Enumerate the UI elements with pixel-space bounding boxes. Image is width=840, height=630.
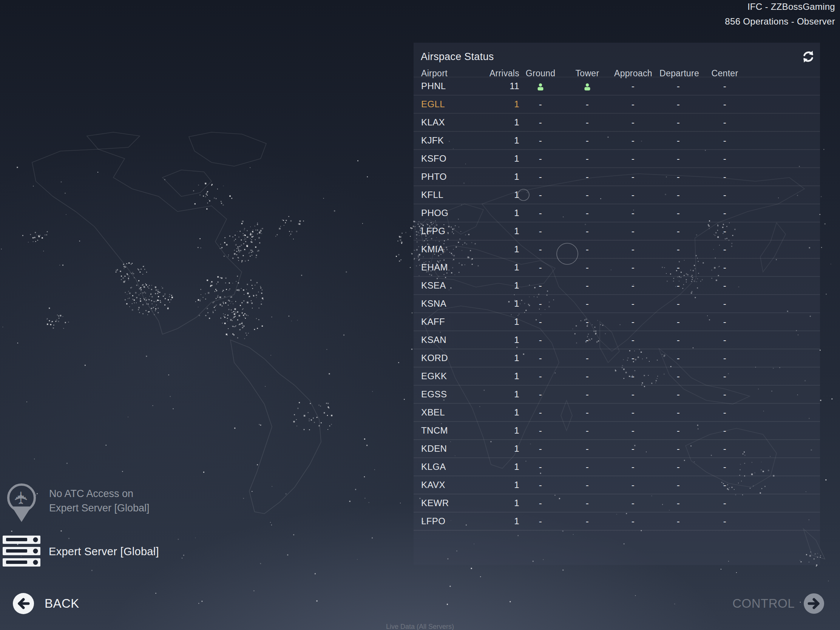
airport-row[interactable]: LFPO1----- [414,513,820,531]
atc-slot-ground: - [522,371,559,382]
back-button[interactable]: BACK [13,592,79,615]
airport-row[interactable]: KEWR1----- [414,494,820,513]
atc-slot-ground: - [522,461,559,472]
airport-row[interactable]: TNCM1----- [414,422,820,440]
airport-row[interactable]: KSNA1----- [414,295,820,313]
atc-slot-center: - [706,461,744,472]
atc-slot-tower: - [568,189,606,200]
atc-slot-ground: - [522,316,559,327]
airport-row[interactable]: EGSS1----- [414,385,820,404]
airport-row[interactable]: KAVX1----- [414,476,820,494]
atc-slot-departure: - [660,244,697,254]
airport-code: KJFK [421,135,444,146]
outline-hudson [163,170,212,196]
atc-slot-center: - [706,335,744,345]
arrivals-count: 1 [466,208,519,218]
airport-row[interactable]: PHOG1----- [414,204,820,223]
airport-row[interactable]: KAFF1----- [414,313,820,331]
airport-table: PHNL11---EGLL1-----KLAX1-----KJFK1-----K… [414,77,820,531]
atc-slot-tower: - [568,280,606,291]
arrivals-count: 1 [466,461,519,472]
atc-slot-approach: - [614,153,652,164]
atc-slot-departure: - [660,99,697,109]
server-selector[interactable]: Expert Server [Global] [3,535,176,567]
airport-row[interactable]: XBEL1----- [414,404,820,422]
atc-pin-icon: ✈ [5,483,38,522]
atc-slot-tower: - [568,407,606,418]
airport-row[interactable]: EGKK1----- [414,368,820,385]
atc-slot-center: - [706,516,744,526]
airport-row[interactable]: PHNL11--- [414,77,820,96]
atc-slot-ground: - [522,117,559,128]
refresh-icon [801,49,815,64]
atc-slot-departure: - [660,135,697,146]
atc-slot-ground: - [522,153,559,164]
server-icon [3,535,40,567]
atc-slot-ground: - [522,498,559,508]
atc-slot-approach: - [614,280,652,291]
airport-row[interactable]: KMIA1----- [414,241,820,259]
airport-code: PHTO [421,172,447,182]
atc-slot-departure: - [660,153,697,164]
airport-row[interactable]: KDEN1----- [414,440,820,458]
atc-slot-tower: - [568,316,606,327]
arrivals-count: 11 [466,81,519,92]
atc-slot-center: - [706,353,744,363]
arrivals-count: 1 [466,353,519,363]
atc-slot-tower: - [568,516,606,526]
atc-slot-departure: - [660,189,697,200]
airport-row[interactable]: PHTO1----- [414,168,820,186]
airport-row[interactable]: EHAM1----- [414,259,820,277]
atc-slot-tower: - [568,461,606,472]
airport-row[interactable]: KORD1----- [414,349,820,368]
arrivals-count: 1 [466,516,519,526]
atc-slot-tower: - [568,371,606,382]
atc-slot-center: - [706,298,744,309]
back-arrow-icon [13,593,34,614]
atc-slot-departure: - [660,425,697,436]
atc-slot-tower: - [568,353,606,363]
atc-slot-center: - [706,425,744,436]
atc-slot-approach: - [614,425,652,436]
airport-row[interactable]: LFPG1----- [414,223,820,241]
atc-slot-approach: - [614,99,652,109]
airport-code: KDEN [421,444,447,454]
airport-code: KSAN [421,335,447,345]
arrivals-count: 1 [466,99,519,109]
atc-slot-ground [522,81,559,92]
airport-row[interactable]: KLGA1----- [414,458,820,476]
atc-slot-departure: - [660,389,697,399]
airport-row[interactable]: EGLL1----- [414,96,820,114]
atc-slot-departure: - [660,81,697,92]
airport-code: KORD [421,353,448,363]
airport-row[interactable]: KFLL1----- [414,186,820,204]
airport-row[interactable]: KJFK1----- [414,132,820,150]
control-arrow-icon [804,594,824,614]
atc-slot-approach: - [614,172,652,182]
airport-row[interactable]: KSAN1----- [414,331,820,349]
control-button[interactable]: CONTROL [733,592,824,615]
airport-code: XBEL [421,407,445,418]
atc-slot-departure: - [660,117,697,128]
atc-slot-tower: - [568,298,606,309]
atc-slot-approach: - [614,353,652,363]
atc-slot-departure: - [660,262,697,273]
refresh-button[interactable] [801,49,815,64]
arrivals-count: 1 [466,117,519,128]
atc-slot-departure: - [660,226,697,237]
atc-slot-center: - [706,280,744,291]
atc-slot-center: - [706,117,744,128]
atc-slot-approach: - [614,335,652,345]
atc-slot-ground: - [522,353,559,363]
airport-code: EGKK [421,371,447,382]
atc-slot-approach: - [614,135,652,146]
atc-slot-ground: - [522,389,559,399]
atc-slot-ground: - [522,444,559,454]
atc-slot-center: - [706,99,744,109]
airport-row[interactable]: KSEA1----- [414,277,820,295]
atc-slot-ground: - [522,480,559,490]
atc-slot-approach: - [614,244,652,254]
atc-slot-center: - [706,135,744,146]
airport-row[interactable]: KLAX1----- [414,114,820,132]
airport-row[interactable]: KSFO1----- [414,150,820,168]
